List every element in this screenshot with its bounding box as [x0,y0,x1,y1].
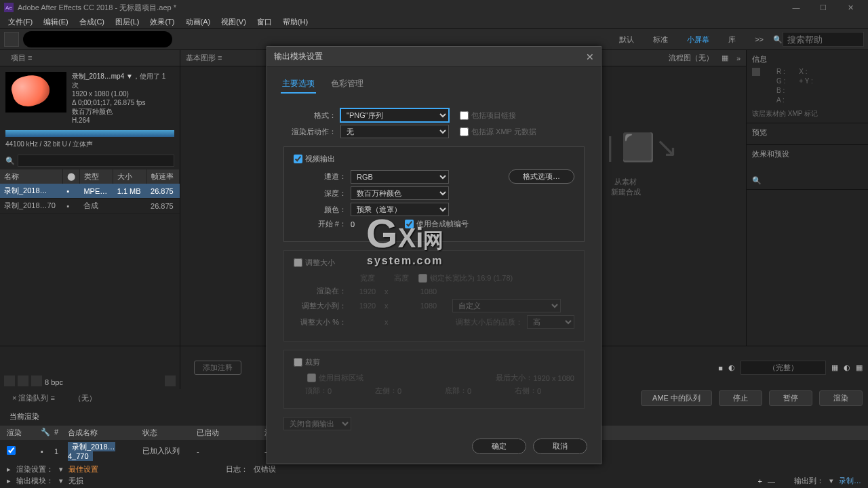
menu-effect[interactable]: 效果(T) [144,16,180,28]
basic-graphics-tab[interactable]: 基本图形 ≡ [186,53,222,63]
toolbar-pill [23,31,172,47]
use-comp-frame-checkbox[interactable] [405,220,414,228]
window-title: Adobe After Effects CC 2018 - 无标题项目.aep … [18,3,176,13]
bpc-label[interactable]: 8 bpc [45,378,63,386]
menu-composition[interactable]: 合成(C) [74,16,110,28]
workspace-standard[interactable]: 标准 [644,32,677,47]
tab-main-options[interactable]: 主要选项 [281,75,316,94]
project-assets-table: 名称 ⬤ 类型 大小 帧速率 录制_2018…▪ MPE… 1.1 MB 26.… [0,169,180,214]
search-icon: 🔍 [5,157,15,165]
render-button[interactable]: 渲染 [819,390,863,406]
ame-queue-button[interactable]: AME 中的队列 [641,390,712,406]
menu-bar: 文件(F) 编辑(E) 合成(C) 图层(L) 效果(T) 动画(A) 视图(V… [0,15,868,28]
format-select[interactable]: "PNG"序列 [340,108,449,122]
minimize-button[interactable]: — [783,0,810,15]
xmp-label: 该层素材的 XMP 标记 [752,109,863,119]
right-panels: 信息 R : G : B : A : X : + Y : 该层素材的 XMP 标… [746,50,868,346]
asset-thumbnail[interactable] [5,72,66,113]
help-search-input[interactable] [783,32,864,47]
col-size[interactable]: 大小 [113,169,146,184]
project-tab[interactable]: 项目 ≡ [4,52,39,64]
add-output-button[interactable]: + [758,477,762,485]
output-to-link[interactable]: 录制… [839,476,861,486]
cancel-button[interactable]: 取消 [533,439,587,454]
workspace-small-screen[interactable]: 小屏幕 [677,32,719,47]
start-frame-value[interactable]: 0 [351,220,378,228]
col-fps[interactable]: 帧速率 [146,169,179,184]
color-select[interactable]: 预乘（遮罩） [351,203,449,216]
asset-duration: Δ 0;00;01;17, 26.875 fps [72,98,174,107]
preview-panel-title[interactable]: 预览 [752,127,863,138]
menu-animation[interactable]: 动画(A) [180,16,216,28]
output-module-settings-dialog: 输出模块设置 ✕ 主要选项 色彩管理 格式： "PNG"序列 包括项目链接 渲染… [267,46,601,464]
depth-select[interactable]: 数百万种颜色 [351,186,449,200]
asset-name[interactable]: 录制_2018…mp4 ▼ [72,73,133,80]
new-folder-icon[interactable] [18,375,28,386]
col-label[interactable]: ⬤ [62,169,79,184]
asset-codec: H.264 [72,116,174,125]
remove-output-button[interactable]: — [768,477,775,485]
app-logo: Ae [4,3,14,12]
workspace-more[interactable]: >> [745,33,773,46]
workspace-default[interactable]: 默认 [610,32,644,47]
project-panel: 项目 ≡ 录制_2018…mp4 ▼，使用了 1 次 1920 x 1080 (… [0,50,180,346]
interpret-footage-icon[interactable] [4,375,15,386]
col-name[interactable]: 名称 [0,169,62,184]
effects-panel-title[interactable]: 效果和预设 [752,149,863,159]
project-search-input[interactable] [18,155,174,167]
selection-tool[interactable] [4,32,19,47]
ok-button[interactable]: 确定 [472,439,526,454]
dialog-title: 输出模块设置 [274,51,323,62]
output-module-link[interactable]: 无损 [68,476,83,486]
include-project-link-checkbox[interactable] [460,111,469,120]
col-type[interactable]: 类型 [79,169,113,184]
asset-audio: 44100 kHz / 32 bit U / 立体声 [0,140,180,152]
add-note-button[interactable]: 添加注释 [194,361,241,375]
flowchart-tab[interactable]: 流程图（无） [669,53,713,63]
trash-icon[interactable] [165,375,176,386]
table-row[interactable]: 录制_2018…70▪ 合成 26.875 [0,199,180,214]
channel-select[interactable]: RGB [351,170,449,184]
menu-layer[interactable]: 图层(L) [110,16,144,28]
menu-file[interactable]: 文件(F) [3,16,38,28]
audio-waveform [5,130,174,137]
pause-button[interactable]: 暂停 [769,390,812,406]
format-options-button[interactable]: 格式选项… [509,169,574,184]
menu-window[interactable]: 窗口 [252,16,277,28]
menu-edit[interactable]: 编辑(E) [38,16,74,28]
stop-button[interactable]: 停止 [719,390,762,406]
audio-output-select: 关闭音频输出 [283,417,351,430]
include-xmp-checkbox[interactable] [460,127,469,136]
asset-resolution: 1920 x 1080 (1.00) [72,89,174,98]
crop-checkbox[interactable] [294,358,302,367]
close-icon[interactable]: ✕ [586,52,594,62]
post-render-action-select[interactable]: 无 [340,125,449,138]
close-window-button[interactable]: ✕ [837,0,864,15]
render-checkbox[interactable] [7,446,16,455]
title-bar: Ae Adobe After Effects CC 2018 - 无标题项目.a… [0,0,868,15]
menu-view[interactable]: 视图(V) [216,16,252,28]
workspace-library[interactable]: 库 [719,32,745,47]
menu-help[interactable]: 帮助(H) [277,16,313,28]
resize-checkbox[interactable] [294,258,302,267]
table-row[interactable]: 录制_2018…▪ MPE… 1.1 MB 26.875 [0,184,180,199]
info-panel-title: 信息 [752,54,863,64]
new-comp-icon[interactable] [31,375,42,386]
project-footer: 8 bpc [0,346,180,389]
video-output-checkbox[interactable] [294,155,302,163]
render-settings-link[interactable]: 最佳设置 [68,464,98,474]
view-full-dropdown[interactable]: （完整） [741,361,826,375]
render-queue-tab[interactable]: × 渲染队列 ≡ [7,392,60,405]
maximize-button[interactable]: ☐ [810,0,837,15]
tab-color-management[interactable]: 色彩管理 [330,75,365,94]
none-tab[interactable]: （无） [68,392,102,405]
asset-color: 数百万种颜色 [72,107,174,116]
